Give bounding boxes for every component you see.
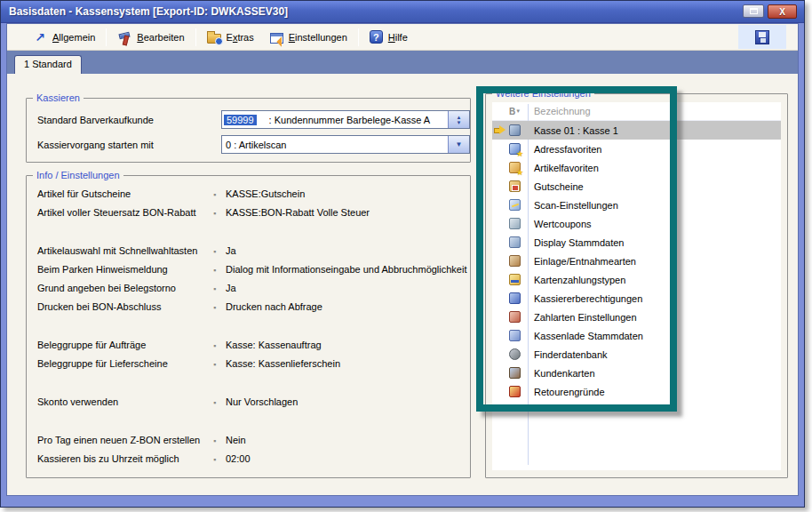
- titlebar[interactable]: Basisdaten - Kassensystem [Export-ID: DW…: [1, 1, 804, 23]
- toolbar-item-einstellungen[interactable]: Einstellungen: [262, 29, 355, 45]
- barverkaufkunde-value-rest: : Kundennummer Barbelege-Kasse A: [269, 115, 431, 125]
- info-row: Beleggruppe für Lieferscheine▪Kasse: Kas…: [37, 358, 465, 377]
- info-row: Skonto verwenden▪Nur Vorschlagen: [37, 396, 465, 415]
- toolbar-item-label: Einstellungen: [289, 32, 347, 43]
- arrow-up-right-icon: [33, 30, 47, 44]
- article-favorites-icon: [509, 162, 521, 173]
- spinner-buttons[interactable]: ▲ ▼: [448, 111, 469, 128]
- info-row: Artikel voller Steuersatz BON-Rabatt▪KAS…: [37, 207, 465, 226]
- save-icon: [755, 30, 769, 44]
- list-item[interactable]: Kasse 01 : Kasse 1: [492, 121, 781, 140]
- sort-column-icon[interactable]: B▼: [506, 107, 528, 116]
- list-item-label: Kassenlade Stammdaten: [534, 331, 643, 341]
- list-item-icon-cell: [506, 180, 528, 192]
- list-item-label: Wertcoupons: [534, 219, 592, 229]
- barverkaufkunde-field[interactable]: 59999 : Kundennummer Barbelege-Kasse A ▲…: [221, 110, 470, 129]
- list-item-icon-cell: [506, 162, 528, 173]
- kassiervorgang-dropdown[interactable]: 0 : Artikelscan ▼: [221, 135, 470, 154]
- tab-label: 1 Standard: [24, 59, 72, 69]
- list-item-icon-cell: [506, 236, 528, 248]
- row-marker-cell: [492, 126, 506, 134]
- info-value: Dialog mit Informationseingabe und Abbru…: [226, 264, 467, 275]
- info-label: Skonto verwenden: [37, 396, 213, 407]
- info-value: Kasse: Kassenauftrag: [226, 340, 322, 350]
- list-item-icon-cell: [506, 386, 528, 397]
- list-item-label: Display Stammdaten: [534, 237, 625, 248]
- list-item-label: Gutscheine: [534, 181, 584, 192]
- card-payment-types-icon: [509, 274, 521, 285]
- info-row: Pro Tag einen neuen Z-BON erstellen▪Nein: [37, 435, 465, 453]
- toolbar-item-label: Bearbeiten: [137, 32, 184, 43]
- toolbar-item-hilfe[interactable]: Hilfe: [362, 28, 416, 45]
- window-buttons: X: [743, 4, 797, 19]
- bullet-icon: ▪: [213, 435, 226, 447]
- window-title: Basisdaten - Kassensystem [Export-ID: DW…: [1, 5, 288, 18]
- cash-register-icon: [509, 124, 521, 136]
- list-item[interactable]: Wertcoupons: [492, 214, 781, 233]
- toolbar-item-label: Extras: [227, 32, 254, 43]
- list-item-label: Kartenzahlungstypen: [534, 275, 625, 285]
- tab-strip: 1 Standard: [7, 51, 798, 74]
- list-item[interactable]: Display Stammdaten: [492, 233, 781, 252]
- group-kassieren: Kassieren Standard Barverkaufkunde 59999…: [26, 98, 471, 163]
- display-icon: [509, 236, 521, 248]
- list-item[interactable]: Scan-Einstellungen: [492, 196, 781, 214]
- info-value: Kasse: Kassenlieferschein: [226, 358, 340, 369]
- finder-database-icon: [509, 348, 521, 360]
- list-item[interactable]: Finderdatenbank: [492, 345, 781, 364]
- list-item-label: Finderdatenbank: [534, 349, 608, 360]
- minimize-button[interactable]: [743, 4, 764, 18]
- info-label: Artikel voller Steuersatz BON-Rabatt: [37, 207, 213, 218]
- list-item-icon-cell: [506, 274, 528, 285]
- info-value: KASSE:BON-Rabatt Volle Steuer: [226, 207, 370, 218]
- info-value: 02:00: [226, 453, 251, 464]
- list-item[interactable]: Kartenzahlungstypen: [492, 270, 781, 289]
- list-item[interactable]: Einlage/Entnahmearten: [492, 252, 781, 270]
- customer-cards-icon: [509, 367, 521, 379]
- list-item[interactable]: Kassenlade Stammdaten: [492, 326, 781, 345]
- info-row: Kassieren bis zu Uhrzeit möglich▪02:00: [37, 453, 465, 472]
- list-item[interactable]: Retourengründe: [492, 382, 781, 401]
- list-item-label: Einlage/Entnahmearten: [534, 256, 636, 267]
- list-item-label: Retourengründe: [534, 387, 605, 397]
- bullet-icon: ▪: [213, 340, 226, 352]
- info-label: Artikelauswahl mit Schnellwahltasten: [37, 245, 213, 256]
- info-row: Beim Parken Hinweismeldung▪Dialog mit In…: [37, 264, 465, 283]
- bullet-icon: ▪: [213, 453, 226, 466]
- list-item-icon-cell: [506, 292, 528, 304]
- kassiervorgang-value: 0 : Artikelscan: [224, 140, 286, 150]
- barverkaufkunde-selected-value: 59999: [224, 115, 257, 125]
- hammer-icon: [117, 30, 131, 44]
- list-item-label: Kundenkarten: [534, 368, 595, 379]
- bullet-icon: ▪: [213, 245, 226, 258]
- list-item[interactable]: Zahlarten Einstellungen: [492, 308, 781, 326]
- tab-standard[interactable]: 1 Standard: [14, 55, 82, 74]
- list-item[interactable]: Gutscheine: [492, 177, 781, 196]
- address-favorites-icon: [509, 143, 521, 155]
- toolbar-item-bearbeiten[interactable]: Bearbeiten: [109, 28, 192, 46]
- toolbar-item-extras[interactable]: Extras: [199, 29, 262, 45]
- spinner-down-icon: ▼: [457, 120, 462, 125]
- bullet-icon: ▪: [213, 358, 226, 371]
- bullet-icon: ▪: [213, 188, 226, 201]
- minimize-icon: [750, 8, 758, 14]
- toolbar-item-allgemein[interactable]: Allgemein: [25, 28, 103, 46]
- current-row-arrow-icon: [494, 126, 506, 134]
- list-item[interactable]: Kundenkarten: [492, 364, 781, 382]
- column-header-bezeichnung[interactable]: Bezeichnung: [534, 106, 591, 116]
- info-label: Drucken bei BON-Abschluss: [37, 301, 213, 312]
- list-item[interactable]: Adressfavoriten: [492, 140, 781, 158]
- dropdown-button[interactable]: ▼: [448, 136, 469, 153]
- chevron-down-icon: ▼: [456, 140, 463, 148]
- list-item[interactable]: Artikelfavoriten: [492, 158, 781, 177]
- save-button[interactable]: [738, 25, 786, 49]
- toolbar: AllgemeinBearbeitenExtrasEinstellungenHi…: [7, 24, 798, 51]
- payment-settings-icon: [509, 311, 521, 323]
- toolbar-separator: [106, 28, 107, 46]
- list-item[interactable]: Kassiererberechtigungen: [492, 289, 781, 308]
- info-row: Grund angeben bei Belegstorno▪Ja: [37, 283, 465, 301]
- list-item-icon-cell: [506, 255, 528, 267]
- close-button[interactable]: X: [768, 4, 797, 19]
- group-info-title: Info / Einstellungen: [33, 169, 123, 181]
- list-item-icon-cell: [506, 124, 528, 136]
